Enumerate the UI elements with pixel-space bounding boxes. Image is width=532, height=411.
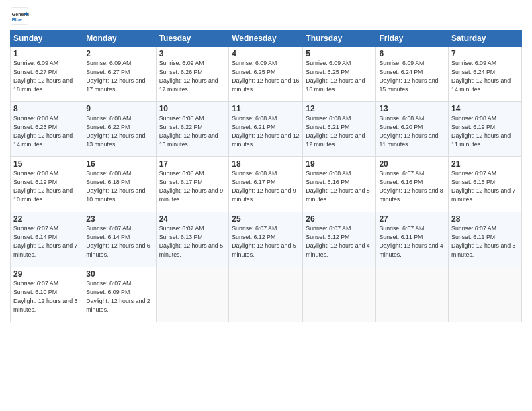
day-detail: Sunrise: 6:09 AMSunset: 6:27 PMDaylight:… (86, 60, 145, 93)
logo-icon: General Blue (10, 7, 29, 26)
calendar-cell: 10 Sunrise: 6:08 AMSunset: 6:22 PMDaylig… (156, 102, 229, 157)
day-detail: Sunrise: 6:07 AMSunset: 6:16 PMDaylight:… (379, 170, 443, 203)
day-detail: Sunrise: 6:09 AMSunset: 6:25 PMDaylight:… (306, 60, 365, 93)
calendar-cell (376, 267, 449, 322)
day-number: 14 (451, 104, 519, 113)
day-number: 8 (13, 104, 80, 113)
day-number: 7 (451, 49, 519, 58)
calendar-cell: 11 Sunrise: 6:08 AMSunset: 6:21 PMDaylig… (229, 102, 303, 157)
day-number: 19 (306, 159, 373, 169)
logo: General Blue (10, 7, 32, 26)
calendar-cell: 26 Sunrise: 6:07 AMSunset: 6:12 PMDaylig… (303, 212, 376, 267)
day-detail: Sunrise: 6:08 AMSunset: 6:17 PMDaylight:… (159, 170, 223, 203)
calendar-cell: 28 Sunrise: 6:07 AMSunset: 6:11 PMDaylig… (449, 212, 522, 267)
calendar-cell: 27 Sunrise: 6:07 AMSunset: 6:11 PMDaylig… (376, 212, 449, 267)
calendar-cell (156, 267, 229, 322)
calendar-cell (449, 267, 522, 322)
calendar-table: Sunday Monday Tuesday Wednesday Thursday… (10, 30, 522, 322)
calendar-cell: 21 Sunrise: 6:07 AMSunset: 6:15 PMDaylig… (449, 157, 522, 212)
day-detail: Sunrise: 6:08 AMSunset: 6:22 PMDaylight:… (86, 115, 145, 148)
calendar-cell: 4 Sunrise: 6:09 AMSunset: 6:25 PMDayligh… (229, 47, 303, 102)
day-detail: Sunrise: 6:07 AMSunset: 6:15 PMDaylight:… (451, 170, 515, 203)
day-number: 3 (159, 49, 226, 58)
calendar-cell: 25 Sunrise: 6:07 AMSunset: 6:12 PMDaylig… (229, 212, 303, 267)
day-number: 25 (232, 214, 300, 224)
calendar-week-row: 29 Sunrise: 6:07 AMSunset: 6:10 PMDaylig… (11, 267, 522, 322)
day-detail: Sunrise: 6:08 AMSunset: 6:22 PMDaylight:… (159, 115, 218, 148)
day-number: 9 (86, 104, 152, 113)
day-detail: Sunrise: 6:07 AMSunset: 6:09 PMDaylight:… (86, 280, 150, 313)
day-number: 10 (159, 104, 226, 113)
day-number: 28 (451, 214, 519, 224)
day-detail: Sunrise: 6:08 AMSunset: 6:21 PMDaylight:… (306, 115, 365, 148)
calendar-cell (303, 267, 376, 322)
day-number: 12 (306, 104, 373, 113)
day-detail: Sunrise: 6:07 AMSunset: 6:13 PMDaylight:… (159, 225, 223, 258)
calendar-cell: 13 Sunrise: 6:08 AMSunset: 6:20 PMDaylig… (376, 102, 449, 157)
day-detail: Sunrise: 6:07 AMSunset: 6:10 PMDaylight:… (13, 280, 77, 313)
col-monday: Monday (83, 30, 156, 47)
day-number: 6 (379, 49, 445, 58)
day-detail: Sunrise: 6:07 AMSunset: 6:14 PMDaylight:… (86, 225, 150, 258)
day-detail: Sunrise: 6:07 AMSunset: 6:14 PMDaylight:… (13, 225, 77, 258)
calendar-cell (229, 267, 303, 322)
day-number: 17 (159, 159, 226, 169)
calendar-cell: 22 Sunrise: 6:07 AMSunset: 6:14 PMDaylig… (11, 212, 83, 267)
calendar-cell: 19 Sunrise: 6:08 AMSunset: 6:16 PMDaylig… (303, 157, 376, 212)
day-detail: Sunrise: 6:07 AMSunset: 6:12 PMDaylight:… (232, 225, 296, 258)
day-number: 18 (232, 159, 300, 169)
calendar-cell: 23 Sunrise: 6:07 AMSunset: 6:14 PMDaylig… (83, 212, 156, 267)
day-detail: Sunrise: 6:08 AMSunset: 6:17 PMDaylight:… (232, 170, 296, 203)
day-number: 16 (86, 159, 152, 169)
calendar-cell: 14 Sunrise: 6:08 AMSunset: 6:19 PMDaylig… (449, 102, 522, 157)
header: General Blue (10, 7, 522, 26)
svg-text:Blue: Blue (12, 17, 22, 22)
day-detail: Sunrise: 6:07 AMSunset: 6:11 PMDaylight:… (379, 225, 443, 258)
col-friday: Friday (376, 30, 449, 47)
col-sunday: Sunday (11, 30, 83, 47)
day-detail: Sunrise: 6:08 AMSunset: 6:19 PMDaylight:… (13, 170, 73, 203)
day-detail: Sunrise: 6:08 AMSunset: 6:21 PMDaylight:… (232, 115, 299, 148)
day-detail: Sunrise: 6:09 AMSunset: 6:24 PMDaylight:… (451, 60, 511, 93)
calendar-cell: 9 Sunrise: 6:08 AMSunset: 6:22 PMDayligh… (83, 102, 156, 157)
day-number: 24 (159, 214, 226, 224)
calendar-week-row: 22 Sunrise: 6:07 AMSunset: 6:14 PMDaylig… (11, 212, 522, 267)
col-tuesday: Tuesday (156, 30, 229, 47)
calendar-cell: 16 Sunrise: 6:08 AMSunset: 6:18 PMDaylig… (83, 157, 156, 212)
day-number: 29 (13, 269, 80, 279)
calendar-week-row: 8 Sunrise: 6:08 AMSunset: 6:23 PMDayligh… (11, 102, 522, 157)
calendar-week-row: 1 Sunrise: 6:09 AMSunset: 6:27 PMDayligh… (11, 47, 522, 102)
day-detail: Sunrise: 6:08 AMSunset: 6:23 PMDaylight:… (13, 115, 73, 148)
calendar-cell: 30 Sunrise: 6:07 AMSunset: 6:09 PMDaylig… (83, 267, 156, 322)
day-detail: Sunrise: 6:09 AMSunset: 6:27 PMDaylight:… (13, 60, 73, 93)
calendar-cell: 2 Sunrise: 6:09 AMSunset: 6:27 PMDayligh… (83, 47, 156, 102)
day-detail: Sunrise: 6:09 AMSunset: 6:24 PMDaylight:… (379, 60, 438, 93)
calendar-cell: 5 Sunrise: 6:09 AMSunset: 6:25 PMDayligh… (303, 47, 376, 102)
calendar-header-row: Sunday Monday Tuesday Wednesday Thursday… (11, 30, 522, 47)
day-number: 5 (306, 49, 373, 58)
calendar-cell: 6 Sunrise: 6:09 AMSunset: 6:24 PMDayligh… (376, 47, 449, 102)
day-detail: Sunrise: 6:07 AMSunset: 6:11 PMDaylight:… (451, 225, 515, 258)
col-thursday: Thursday (303, 30, 376, 47)
calendar-cell: 1 Sunrise: 6:09 AMSunset: 6:27 PMDayligh… (11, 47, 83, 102)
day-number: 13 (379, 104, 445, 113)
day-number: 11 (232, 104, 300, 113)
col-saturday: Saturday (449, 30, 522, 47)
day-detail: Sunrise: 6:07 AMSunset: 6:12 PMDaylight:… (306, 225, 369, 258)
day-detail: Sunrise: 6:09 AMSunset: 6:25 PMDaylight:… (232, 60, 299, 93)
calendar-cell: 12 Sunrise: 6:08 AMSunset: 6:21 PMDaylig… (303, 102, 376, 157)
day-number: 23 (86, 214, 152, 224)
calendar-cell: 7 Sunrise: 6:09 AMSunset: 6:24 PMDayligh… (449, 47, 522, 102)
day-detail: Sunrise: 6:08 AMSunset: 6:20 PMDaylight:… (379, 115, 438, 148)
calendar-cell: 18 Sunrise: 6:08 AMSunset: 6:17 PMDaylig… (229, 157, 303, 212)
col-wednesday: Wednesday (229, 30, 303, 47)
day-number: 2 (86, 49, 152, 58)
day-detail: Sunrise: 6:09 AMSunset: 6:26 PMDaylight:… (159, 60, 218, 93)
day-number: 20 (379, 159, 445, 169)
day-detail: Sunrise: 6:08 AMSunset: 6:18 PMDaylight:… (86, 170, 145, 203)
day-number: 22 (13, 214, 80, 224)
calendar-week-row: 15 Sunrise: 6:08 AMSunset: 6:19 PMDaylig… (11, 157, 522, 212)
day-number: 15 (13, 159, 80, 169)
day-number: 1 (13, 49, 80, 58)
day-number: 21 (451, 159, 519, 169)
